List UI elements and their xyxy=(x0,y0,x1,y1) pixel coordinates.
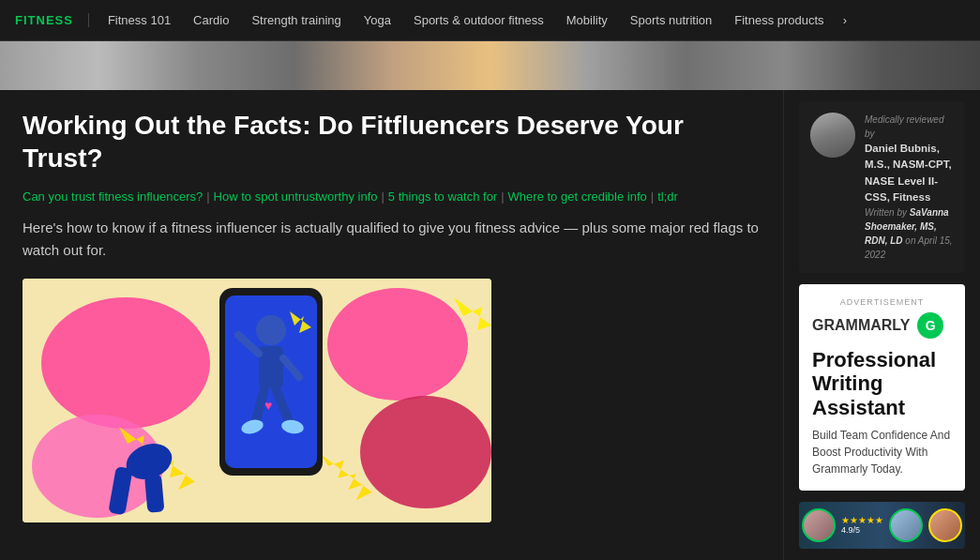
breadcrumb-link-spot[interactable]: How to spot untrustworthy info xyxy=(214,189,378,204)
comic-illustration: ♥ xyxy=(23,279,491,522)
svg-text:♥: ♥ xyxy=(264,398,272,413)
reviewer-name: Daniel Bubnis, M.S., NASM-CPT, NASE Leve… xyxy=(865,141,954,205)
nav-item-strength[interactable]: Strength training xyxy=(240,0,352,41)
ad-image-box[interactable]: ★★★★★ 4.9/5 xyxy=(799,502,965,549)
ad-rating: ★★★★★ 4.9/5 xyxy=(841,515,883,535)
svg-point-10 xyxy=(256,315,286,345)
nav-items: Fitness 101 Cardio Strength training Yog… xyxy=(97,0,836,41)
breadcrumb-sep-2: | xyxy=(381,189,384,204)
svg-point-4 xyxy=(327,288,468,401)
ad-brand-row: GRAMMARLY G xyxy=(812,312,952,339)
article-title: Working Out the Facts: Do Fitfluencers D… xyxy=(23,109,761,174)
article-image: ♥ xyxy=(23,279,491,522)
reviewer-label: Medically reviewed by xyxy=(865,113,954,141)
ad-avatar-small-3 xyxy=(928,508,962,542)
avatar xyxy=(810,113,855,158)
ad-label: ADVERTISEMENT xyxy=(812,297,952,307)
ad-stars: ★★★★★ xyxy=(841,515,883,525)
reviewer-info: Medically reviewed by Daniel Bubnis, M.S… xyxy=(865,113,954,262)
ad-avatar-small-2 xyxy=(889,508,923,542)
breadcrumb-link-watch[interactable]: 5 things to watch for xyxy=(388,189,497,204)
breadcrumb-link-trust[interactable]: Can you trust fitness influencers? xyxy=(23,189,203,204)
nav-item-fitness101[interactable]: Fitness 101 xyxy=(97,0,182,41)
breadcrumb-link-tldr[interactable]: tl;dr xyxy=(657,189,678,204)
ad-logo-text: GRAMMARLY xyxy=(812,317,910,334)
svg-rect-12 xyxy=(259,346,283,388)
comic-svg: ♥ xyxy=(23,279,491,522)
ad-logo-icon: G xyxy=(917,312,943,339)
svg-point-5 xyxy=(360,396,491,508)
sidebar: Medically reviewed by Daniel Bubnis, M.S… xyxy=(783,90,980,560)
ad-subtext: Build Team Confidence And Boost Producti… xyxy=(812,427,952,477)
svg-rect-22 xyxy=(144,474,164,512)
nav-item-cardio[interactable]: Cardio xyxy=(182,0,240,41)
svg-point-1 xyxy=(41,297,210,429)
breadcrumb-links: Can you trust fitness influencers? | How… xyxy=(23,189,761,204)
main-layout: Working Out the Facts: Do Fitfluencers D… xyxy=(0,90,980,560)
ad-image-inner: ★★★★★ 4.9/5 xyxy=(799,502,965,549)
nav-item-yoga[interactable]: Yoga xyxy=(353,0,402,41)
chevron-right-icon: › xyxy=(843,13,847,27)
nav-item-sports[interactable]: Sports & outdoor fitness xyxy=(402,0,555,41)
navbar: FITNESS Fitness 101 Cardio Strength trai… xyxy=(0,0,980,41)
avatar-image xyxy=(810,113,855,158)
content-area: Working Out the Facts: Do Fitfluencers D… xyxy=(0,90,783,560)
breadcrumb-sep-4: | xyxy=(651,189,654,204)
article-intro: Here's how to know if a fitness influenc… xyxy=(23,217,761,262)
nav-item-mobility[interactable]: Mobility xyxy=(555,0,619,41)
hero-image-inner xyxy=(0,41,980,90)
reviewer-box: Medically reviewed by Daniel Bubnis, M.S… xyxy=(799,101,965,273)
nav-item-nutrition[interactable]: Sports nutrition xyxy=(619,0,723,41)
breadcrumb-sep-3: | xyxy=(501,189,504,204)
nav-brand[interactable]: FITNESS xyxy=(15,13,89,27)
ad-avatar-small xyxy=(802,508,836,542)
breadcrumb-link-credible[interactable]: Where to get credible info xyxy=(508,189,647,204)
ad-headline: Professional Writing Assistant xyxy=(812,348,952,419)
written-by-label: Written by SaVanna Shoemaker, MS, RDN, L… xyxy=(865,205,954,262)
ad-rating-text: 4.9/5 xyxy=(841,525,883,535)
nav-item-products[interactable]: Fitness products xyxy=(723,0,835,41)
ad-box[interactable]: ADVERTISEMENT GRAMMARLY G Professional W… xyxy=(799,284,965,491)
nav-more-button[interactable]: › xyxy=(836,0,854,41)
hero-image-bar xyxy=(0,41,980,90)
breadcrumb-sep-1: | xyxy=(206,189,209,204)
